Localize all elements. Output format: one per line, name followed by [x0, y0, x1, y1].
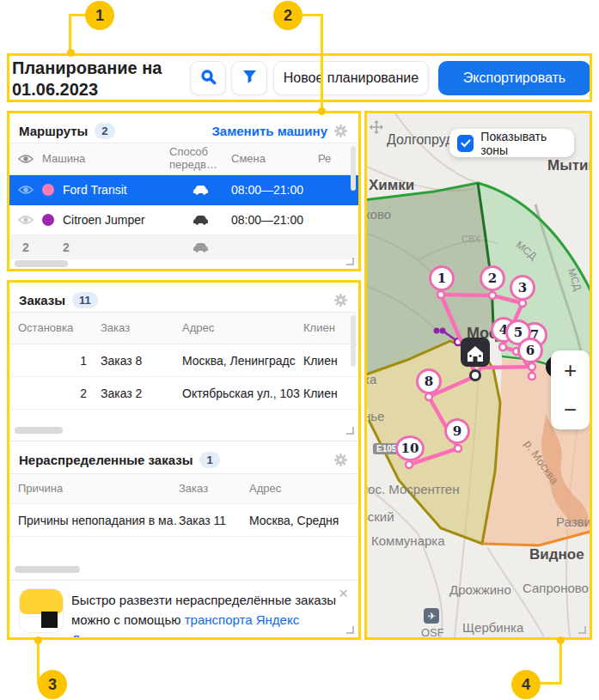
unassigned-table-header: Причина Заказ Адрес — [9, 473, 358, 504]
search-icon — [200, 69, 217, 88]
orders-panel-group: Заказы 11 Остановка Заказ Адрес Клиен 1 … — [7, 280, 361, 640]
replace-vehicle-link[interactable]: Заменить машину — [211, 124, 327, 138]
visibility-eye-icon[interactable] — [9, 185, 42, 195]
callout-3-dot — [34, 636, 42, 644]
vehicle-name: Citroen Jumper — [63, 213, 145, 227]
orders-resize-handle[interactable] — [346, 427, 354, 435]
callout-1-line-v — [69, 14, 71, 53]
route-marker-10[interactable]: 10 — [395, 435, 425, 461]
routes-vertical-scrollbar[interactable] — [351, 146, 356, 191]
routes-summary-row: 2 2 — [9, 235, 358, 259]
routes-resize-handle[interactable] — [346, 258, 354, 265]
route-marker-6[interactable]: 6 — [517, 338, 543, 363]
visibility-eye-icon — [9, 154, 42, 164]
map-zoom-control: + − — [551, 350, 590, 429]
route-row-citroen-jumper[interactable]: Citroen Jumper 08:00—21:00 — [9, 205, 358, 235]
routes-title: Маршруты — [19, 124, 88, 138]
unassigned-settings-gear-icon[interactable] — [333, 453, 348, 471]
vehicle-color-dot — [42, 184, 54, 196]
stop-number: 2 — [9, 387, 101, 400]
shift-time: 08:00—21:00 — [231, 183, 318, 197]
section-divider — [9, 441, 358, 441]
order-row[interactable]: 2 Заказ 2 Октябрьская ул., 103 Клиен — [9, 377, 358, 410]
unassigned-title: Нераспределенные заказы — [19, 453, 193, 467]
callout-4: 4 — [511, 670, 541, 699]
map-label-kommunarka: Коммунарка — [371, 533, 445, 548]
unassigned-row[interactable]: Причины непопадания в ма… Заказ 11 Москв… — [9, 504, 358, 537]
header-panel: Планирование на 01.06.2023 Новое планиро… — [7, 53, 592, 102]
map-label-sapronovo: Сапроново — [523, 581, 589, 595]
banner-divider — [9, 580, 358, 581]
zoom-out-button[interactable]: − — [551, 390, 590, 429]
panel-resize-handle[interactable] — [346, 626, 354, 634]
map-resize-handle[interactable] — [578, 626, 586, 634]
order-name: Заказ 8 — [101, 354, 182, 368]
summary-vehicle-count: 2 — [42, 240, 169, 254]
airport-icon: ✈ — [424, 608, 439, 624]
callout-4-line-v — [559, 639, 562, 684]
orders-vertical-scrollbar[interactable] — [351, 315, 356, 367]
filter-icon — [242, 70, 257, 88]
stop-number: 1 — [9, 354, 101, 368]
order-name: Заказ 2 — [101, 387, 182, 400]
search-button[interactable] — [190, 61, 226, 95]
orders-title: Заказы — [19, 293, 65, 307]
vehicle-name: Ford Transit — [63, 183, 127, 197]
page-title: Планирование на 01.06.2023 — [12, 58, 193, 100]
unassigned-address: Москва, Средня — [249, 514, 358, 527]
routes-settings-gear-icon[interactable] — [333, 124, 348, 142]
route-row-ford-transit[interactable]: Ford Transit 08:00—21:00 — [9, 175, 358, 205]
unassigned-order: Заказ 11 — [179, 514, 249, 527]
banner-line1: Быстро развезти нераспределённые заказы — [71, 590, 346, 610]
map-label-drozhzhino: Дрожжино — [449, 582, 511, 597]
map-label-mytishchi: Мытищи — [547, 157, 590, 174]
col-shift: Смена — [231, 153, 318, 166]
col-stop: Остановка — [9, 322, 101, 335]
map-label-svh: СВХ — [461, 234, 481, 244]
map-label-razvilka: Развилка — [556, 514, 590, 529]
zoom-in-button[interactable]: + — [551, 350, 590, 390]
callout-2-line-v — [321, 14, 323, 111]
route-marker-8[interactable]: 8 — [416, 368, 442, 394]
zones-toggle-card: Показывать зоны — [449, 129, 574, 157]
pan-icon[interactable] — [370, 120, 383, 134]
callout-3: 3 — [38, 670, 67, 699]
order-client: Клиен — [303, 387, 358, 400]
car-icon — [169, 242, 231, 253]
map-label-shcherbinka: Щербинка — [462, 620, 523, 635]
route-marker-1[interactable]: 1 — [429, 265, 455, 291]
yandex-delivery-logo-icon — [19, 588, 64, 633]
col-transport-mode: Способ передв… — [169, 146, 231, 172]
col-vehicle: Машина — [42, 153, 169, 166]
routes-count-badge: 2 — [95, 123, 114, 139]
route-marker-9[interactable]: 9 — [444, 418, 470, 444]
unassigned-horizontal-scrollbar[interactable] — [15, 566, 80, 573]
unassigned-reason: Причины непопадания в ма… — [9, 514, 179, 527]
routes-table-header: Машина Способ передв… Смена Ре — [9, 143, 358, 175]
map-panel: СВХ МСД МСД р. Москва Москва — [364, 111, 592, 640]
callout-2: 2 — [273, 1, 303, 30]
airport-code: OSF — [421, 626, 444, 637]
orders-horizontal-scrollbar[interactable] — [15, 427, 63, 434]
banner-close-icon[interactable]: × — [339, 585, 348, 601]
map-label-vidnoye: Видное — [529, 546, 584, 563]
new-planning-button[interactable]: Новое планирование — [273, 61, 429, 95]
orders-count-badge: 11 — [72, 292, 98, 308]
col-address: Адрес — [249, 483, 358, 496]
export-button[interactable]: Экспортировать — [438, 61, 590, 95]
order-address: Москва, Ленинградс — [182, 354, 303, 368]
orders-settings-gear-icon[interactable] — [333, 293, 348, 311]
route-marker-3[interactable]: 3 — [510, 275, 535, 301]
map-label-vsky: вский — [367, 509, 394, 524]
filter-button[interactable] — [231, 61, 267, 95]
summary-visible-count: 2 — [9, 240, 42, 254]
order-row[interactable]: 1 Заказ 8 Москва, Ленинградс Клиен — [9, 344, 358, 377]
zones-checkbox[interactable] — [457, 135, 474, 152]
visibility-eye-icon[interactable] — [9, 215, 42, 225]
routes-horizontal-scrollbar[interactable] — [15, 260, 68, 267]
col-reason: Причина — [9, 483, 179, 496]
route-marker-2[interactable]: 2 — [480, 265, 505, 291]
map[interactable]: СВХ МСД МСД р. Москва Москва — [367, 113, 590, 637]
map-label-ka: ка — [367, 372, 376, 387]
banner-line2-prefix: можно с помощью — [71, 612, 185, 627]
